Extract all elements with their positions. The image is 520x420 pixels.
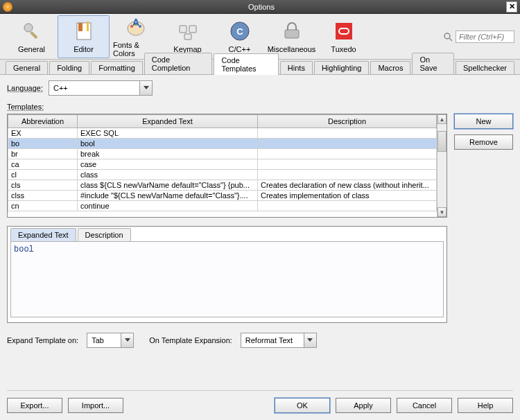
table-row[interactable]: bobool	[8, 139, 437, 149]
keyboard-icon	[177, 20, 199, 42]
col-abbreviation[interactable]: Abbreviation	[8, 115, 78, 128]
svg-rect-10	[180, 26, 187, 33]
oracle-icon	[333, 20, 355, 42]
window-title: Options	[17, 3, 506, 11]
svg-point-0	[24, 24, 33, 32]
svg-rect-11	[189, 26, 196, 33]
expand-template-label: Expand Template on:	[7, 336, 78, 344]
svg-text:C: C	[236, 26, 243, 37]
scroll-up-icon[interactable]: ▲	[437, 114, 447, 124]
scroll-down-icon[interactable]: ▼	[437, 207, 447, 217]
toolbar-label: Editor	[73, 45, 94, 53]
ok-button[interactable]: OK	[275, 398, 330, 413]
new-button[interactable]: New	[454, 114, 513, 129]
svg-rect-3	[78, 23, 83, 31]
table-row[interactable]: brbreak	[8, 149, 437, 159]
tab-highlighting[interactable]: Highlighting	[314, 61, 369, 74]
on-expansion-label: On Template Expansion:	[149, 336, 232, 344]
cancel-button[interactable]: Cancel	[397, 398, 452, 413]
language-label: Language:	[7, 84, 49, 92]
import-button[interactable]: Import...	[68, 398, 123, 413]
tab-macros[interactable]: Macros	[370, 61, 410, 74]
editor-tabstrip: General Folding Formatting Code Completi…	[0, 60, 520, 75]
export-button[interactable]: Export...	[7, 398, 62, 413]
chevron-down-icon	[139, 81, 152, 95]
toolbar-item-misc[interactable]: Miscellaneous	[266, 15, 318, 58]
tab-code-completion[interactable]: Code Completion	[144, 53, 213, 74]
toolbar-label: Miscellaneous	[268, 45, 316, 53]
svg-rect-4	[87, 21, 89, 31]
toolbar-item-ccpp[interactable]: C C/C++	[214, 15, 266, 58]
ccpp-icon: C	[229, 20, 251, 42]
table-row[interactable]: cncontinue	[8, 201, 437, 211]
toolbar-item-tuxedo[interactable]: Tuxedo	[318, 15, 370, 58]
tab-formatting[interactable]: Formatting	[91, 61, 143, 74]
tab-code-templates[interactable]: Code Templates	[214, 53, 278, 75]
toolbar-label: General	[18, 45, 45, 53]
tab-spellchecker[interactable]: Spellchecker	[456, 61, 514, 74]
svg-rect-16	[336, 23, 352, 40]
search-input[interactable]	[456, 30, 514, 43]
tab-on-save[interactable]: On Save	[412, 53, 454, 74]
tab-folding[interactable]: Folding	[49, 61, 89, 74]
templates-label: Templates:	[7, 103, 513, 111]
table-row[interactable]: clclass	[8, 170, 437, 180]
editor-tab-expanded[interactable]: Expanded Text	[10, 228, 76, 241]
help-button[interactable]: Help	[458, 398, 513, 413]
svg-text:A: A	[132, 17, 139, 28]
editor-body[interactable]: bool	[10, 241, 444, 317]
toolbar-label: C/C++	[229, 45, 251, 53]
tab-general[interactable]: General	[6, 61, 48, 74]
svg-point-18	[444, 33, 450, 39]
templates-table: Abbreviation Expanded Text Description E…	[7, 114, 447, 218]
palette-icon: A	[125, 16, 147, 38]
chevron-down-icon	[121, 333, 133, 347]
gear-wrench-icon	[21, 20, 43, 42]
app-icon	[3, 2, 12, 12]
toolbar-item-fonts[interactable]: A Fonts & Colors	[110, 15, 162, 58]
expand-template-combo[interactable]: Tab	[87, 333, 134, 348]
toolbar-label: Keymap	[173, 45, 201, 53]
col-expanded-text[interactable]: Expanded Text	[78, 115, 258, 128]
scrollbar[interactable]: ▲ ▼	[437, 114, 447, 217]
toolbar-item-general[interactable]: General	[6, 15, 58, 58]
svg-rect-15	[285, 30, 299, 38]
editor-tab-description[interactable]: Description	[78, 228, 131, 241]
scroll-thumb[interactable]	[437, 131, 447, 152]
col-description[interactable]: Description	[258, 115, 437, 128]
svg-line-19	[449, 38, 452, 41]
editor-icon	[73, 20, 95, 42]
tab-hints[interactable]: Hints	[280, 61, 313, 74]
on-expansion-combo[interactable]: Reformat Text	[241, 333, 317, 348]
apply-button[interactable]: Apply	[336, 398, 391, 413]
table-row[interactable]: cacase	[8, 159, 437, 170]
language-value: C++	[49, 81, 139, 95]
toolbar-label: Tuxedo	[331, 45, 356, 53]
table-row[interactable]: clss#include "${CLS newVarName default="…	[8, 191, 437, 201]
svg-rect-1	[30, 31, 37, 39]
expand-template-value: Tab	[87, 333, 121, 347]
toolbar-item-editor[interactable]: Editor	[58, 15, 110, 58]
toolbar-item-keymap[interactable]: Keymap	[162, 15, 214, 58]
close-icon[interactable]: ✕	[506, 1, 517, 12]
table-row[interactable]: EXEXEC SQL	[8, 128, 437, 139]
language-combo[interactable]: C++	[49, 80, 153, 96]
table-row[interactable]: clsclass ${CLS newVarName default="Class…	[8, 180, 437, 191]
toolbox-icon	[281, 20, 303, 42]
search-icon	[443, 32, 453, 42]
svg-rect-12	[184, 34, 191, 40]
remove-button[interactable]: Remove	[454, 134, 513, 150]
on-expansion-value: Reformat Text	[241, 333, 304, 347]
chevron-down-icon	[304, 333, 316, 347]
